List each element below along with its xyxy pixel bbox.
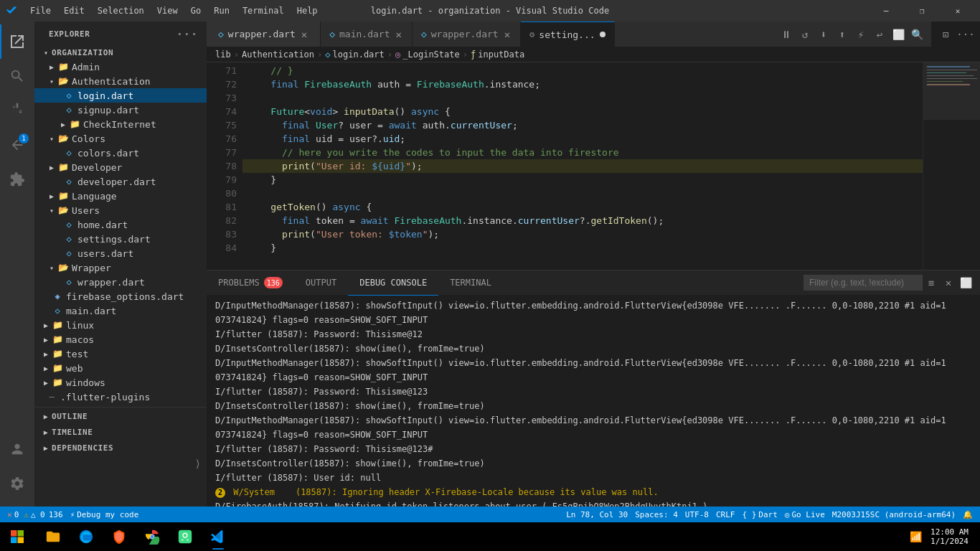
taskbar-chrome[interactable] (136, 522, 168, 551)
breadcrumb-file-label[interactable]: login.dart (333, 50, 385, 60)
minimize-button[interactable]: ─ (870, 0, 903, 22)
taskbar-start[interactable] (3, 522, 32, 551)
tab-wrapper-dart-2[interactable]: ◇ wrapper.dart ✕ (413, 22, 521, 47)
status-errors[interactable]: ✕ 0 ⚠ △ 0 136 (4, 510, 66, 519)
panel-close-button[interactable]: ✕ (940, 274, 957, 291)
sidebar-item-developer[interactable]: ▶ 📁 Developer (34, 160, 207, 174)
activity-source-control[interactable] (0, 93, 34, 128)
sidebar-item-main-dart[interactable]: ◇ main.dart (34, 303, 207, 318)
taskbar-clock[interactable]: 12:00 AM1/1/2024 (928, 527, 971, 546)
restore-button[interactable]: ❐ (905, 0, 938, 22)
taskbar-vscode[interactable] (202, 522, 234, 551)
main-dart-tab-close[interactable]: ✕ (394, 28, 402, 41)
panel-tab-terminal[interactable]: TERMINAL (438, 270, 503, 296)
activity-run-debug[interactable]: 1 (0, 128, 34, 162)
taskbar-brave[interactable] (103, 522, 135, 551)
wrapper-tab-close[interactable]: ✕ (300, 28, 308, 41)
activity-settings[interactable] (0, 466, 34, 501)
sidebar-item-login-dart[interactable]: ◇ login.dart (34, 88, 207, 103)
step-over-button[interactable]: ⬇ (815, 26, 832, 43)
breadcrumb-method[interactable]: ƒ inputData (471, 50, 524, 60)
status-debug[interactable]: ⚡ Debug my code (67, 510, 142, 519)
sidebar-item-linux[interactable]: ▶ 📁 linux (34, 318, 207, 332)
sidebar-item-windows[interactable]: ▶ 📁 windows (34, 375, 207, 390)
timeline-section[interactable]: ▶ TIMELINE (34, 423, 207, 439)
sidebar-item-language[interactable]: ▶ 📁 Language (34, 189, 207, 203)
taskbar-wifi[interactable]: 📶 (907, 531, 925, 542)
sidebar-item-colors-dart[interactable]: ◇ colors.dart (34, 146, 207, 160)
outline-section[interactable]: ▶ OUTLINE (34, 408, 207, 423)
activity-explorer[interactable] (0, 24, 34, 59)
sidebar-item-authentication[interactable]: ▾ 📂 Authentication (34, 74, 207, 88)
wrapper-dart-tab-close[interactable]: ✕ (503, 28, 512, 41)
sidebar-item-admin[interactable]: ▶ 📁 Admin (34, 60, 207, 74)
tab-main-dart[interactable]: ◇ main.dart ✕ (321, 22, 413, 47)
code-content[interactable]: // } final FirebaseAuth auth = FirebaseA… (242, 62, 923, 270)
status-line-ending[interactable]: CRLF (713, 510, 738, 519)
tab-settings[interactable]: ⚙ setting... (521, 22, 615, 47)
status-position[interactable]: Ln 78, Col 30 (563, 510, 631, 519)
activity-search[interactable] (0, 59, 34, 93)
stop-button[interactable]: ↩ (871, 26, 888, 43)
taskbar-edge[interactable] (70, 522, 102, 551)
status-notifications[interactable]: 🔔 (960, 510, 976, 519)
status-device[interactable]: M2003J15SC (android-arm64) (829, 510, 958, 519)
sidebar-item-users[interactable]: ▾ 📂 Users (34, 203, 207, 217)
activity-extensions[interactable] (0, 162, 34, 197)
search-code-button[interactable]: 🔍 (908, 26, 925, 43)
panel-maximize-button[interactable]: ⬜ (957, 274, 974, 291)
panel-tab-debug-console[interactable]: DEBUG CONSOLE (348, 270, 438, 296)
breadcrumb-method-label[interactable]: inputData (478, 50, 524, 60)
status-spaces[interactable]: Spaces: 4 (632, 510, 681, 519)
sidebar-item-users-dart[interactable]: ◇ users.dart (34, 246, 207, 260)
sidebar-item-home-dart[interactable]: ◇ home.dart (34, 217, 207, 232)
menu-go[interactable]: Go (185, 4, 207, 17)
dependencies-section[interactable]: ▶ DEPENDENCIES (34, 439, 207, 455)
menu-selection[interactable]: Selection (92, 4, 150, 17)
sidebar-item-wrapper-dart[interactable]: ◇ wrapper.dart (34, 275, 207, 289)
menu-run[interactable]: Run (208, 4, 235, 17)
more-actions-button[interactable]: ··· (957, 26, 974, 43)
status-go-live[interactable]: ◎ Go Live (782, 510, 828, 519)
expand-icon[interactable]: ⟩ (195, 458, 201, 469)
filter-input[interactable] (804, 275, 923, 291)
sidebar-item-wrapper[interactable]: ▾ 📂 Wrapper (34, 260, 207, 275)
taskbar-android-studio[interactable] (169, 522, 201, 551)
menu-view[interactable]: View (151, 4, 184, 17)
project-root[interactable]: ▾ ORGANIZATION (34, 45, 207, 60)
sidebar-item-web[interactable]: ▶ 📁 web (34, 361, 207, 375)
breadcrumb-authentication[interactable]: Authentication (242, 50, 314, 60)
tab-wrapper-dart[interactable]: ◇ wrapper.dart ✕ (212, 22, 314, 47)
status-language[interactable]: { } Dart (739, 510, 780, 519)
breadcrumb-class[interactable]: ◎ _LoginState (395, 50, 460, 60)
sidebar-item-signup-dart[interactable]: ◇ signup.dart (34, 103, 207, 117)
panel-tab-output[interactable]: OUTPUT (294, 270, 348, 296)
split-editor-button[interactable]: ⊡ (937, 26, 954, 43)
close-button[interactable]: ✕ (941, 0, 974, 22)
menu-edit[interactable]: Edit (58, 4, 90, 17)
breadcrumb-lib[interactable]: lib (215, 50, 231, 60)
taskbar-file-explorer[interactable] (37, 522, 69, 551)
menu-terminal[interactable]: Terminal (237, 4, 290, 17)
sidebar-item-colors[interactable]: ▾ 📂 Colors (34, 131, 207, 146)
breadcrumb-class-label[interactable]: _LoginState (402, 50, 459, 60)
menu-help[interactable]: Help (291, 4, 324, 17)
activity-accounts[interactable] (0, 432, 34, 466)
sidebar-item-test[interactable]: ▶ 📁 test (34, 347, 207, 361)
sidebar-item-checkinternet[interactable]: ▶ 📁 CheckInternet (34, 117, 207, 131)
step-into-button[interactable]: ⬆ (834, 26, 851, 43)
pause-button[interactable]: ⏸ (778, 26, 795, 43)
menu-file[interactable]: File (24, 4, 57, 17)
run-button[interactable]: ⚡ (852, 26, 870, 43)
breadcrumb-file[interactable]: ◇ login.dart (325, 50, 384, 60)
restart-button[interactable]: ↺ (796, 26, 814, 43)
status-encoding[interactable]: UTF-8 (682, 510, 712, 519)
filter-settings-icon[interactable]: ≡ (923, 274, 940, 291)
sidebar-item-settings-dart[interactable]: ◇ settings.dart (34, 232, 207, 246)
sidebar-item-developer-dart[interactable]: ◇ developer.dart (34, 174, 207, 189)
sidebar-item-macos[interactable]: ▶ 📁 macos (34, 332, 207, 347)
panel-tab-problems[interactable]: PROBLEMS 136 (207, 270, 294, 296)
layout-button[interactable]: ⬜ (890, 26, 907, 43)
sidebar-options[interactable]: ··· (176, 27, 198, 41)
sidebar-item-firebase-options[interactable]: ◈ firebase_options.dart (34, 289, 207, 303)
